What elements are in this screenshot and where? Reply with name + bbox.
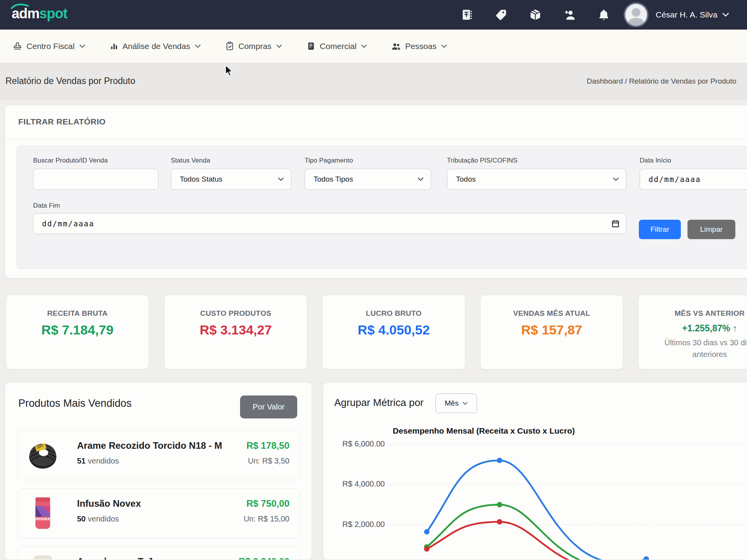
stat-value: R$ 7.184,79	[6, 322, 149, 338]
clipboard-icon	[225, 41, 235, 51]
tax-label: Tributação PIS/COFINS	[447, 157, 517, 164]
page-title: Relatório de Vendas por Produto	[5, 76, 135, 86]
chevron-down-icon	[195, 44, 201, 48]
chevron-down-icon	[79, 44, 85, 48]
payment-label: Tipo Pagamento	[305, 157, 353, 164]
breadcrumb[interactable]: Dashboard / Relatório de Vendas por Prod…	[587, 77, 736, 86]
stat-card-custo-produtos: CUSTO PRODUTOS R$ 3.134,27	[164, 295, 307, 369]
payment-select-value: Todos Tipos	[314, 175, 353, 184]
menu-item-compras[interactable]: Compras	[221, 38, 286, 54]
top-products-panel: Produtos Mais Vendidos Por Valor Arame R…	[5, 382, 312, 560]
product-name: Arroz branco T. Joao	[77, 556, 169, 560]
avatar[interactable]	[625, 4, 647, 26]
product-row[interactable]: novex Infusão Novex 50 vendidos R$ 750,0…	[18, 488, 300, 538]
tax-select-value: Todos	[456, 175, 476, 184]
product-image-rice-bag: Tio João	[25, 553, 61, 560]
search-label: Buscar Produto/ID Venda	[33, 157, 108, 164]
menu-label: Comercial	[320, 42, 357, 51]
avatar-body	[628, 18, 644, 26]
divider	[5, 139, 747, 139]
date-end-input[interactable]: dd/mm/aaaa	[33, 213, 626, 234]
product-total: R$ 178,50	[246, 440, 289, 451]
add-user-icon[interactable]	[563, 8, 576, 21]
stat-card-mes-vs-anterior: MÊS VS ANTERIOR +1.255,87% ↑ Últimos 30 …	[638, 295, 747, 369]
user-name[interactable]: César H. A. Silva	[656, 10, 717, 19]
line-chart	[323, 383, 747, 560]
filter-button[interactable]: Filtrar	[639, 220, 681, 239]
topbar-actions: César H. A. Silva	[439, 0, 729, 30]
svg-text:novex: novex	[35, 516, 50, 522]
stat-value: R$ 4.050,52	[323, 322, 465, 338]
stat-subtitle: Últimos 30 dias vs 30 dias anteriores	[638, 337, 747, 360]
stamp-icon	[12, 41, 23, 51]
stat-title: RECEITA BRUTA	[6, 309, 149, 318]
product-row[interactable]: Arame Recozido Torcido N18 - M 51 vendid…	[18, 430, 300, 480]
chevron-down-icon	[278, 177, 284, 181]
tax-select[interactable]: Todos	[447, 169, 626, 190]
product-row[interactable]: Tio João Arroz branco T. Joao R$ 2.240,0…	[18, 546, 300, 560]
payment-select[interactable]: Todos Tipos	[305, 169, 431, 190]
date-start-value: dd/mm/aaaa	[649, 175, 701, 184]
menu-label: Análise de Vendas	[123, 42, 190, 51]
product-total: R$ 750,00	[246, 498, 289, 509]
stat-title: VENDAS MÊS ATUAL	[480, 309, 623, 318]
stat-value: +1.255,87% ↑	[638, 323, 747, 334]
search-input[interactable]	[33, 169, 158, 190]
menu-item-centro-fiscal[interactable]: Centro Fiscal	[9, 38, 89, 54]
mouse-cursor	[225, 65, 235, 76]
product-name: Infusão Novex	[77, 498, 141, 509]
clear-button[interactable]: Limpar	[687, 220, 735, 239]
date-end-label: Data Fim	[33, 202, 60, 210]
product-sold-suffix: vendidos	[88, 457, 119, 465]
main-menu: Centro Fiscal Análise de Vendas Compras …	[0, 30, 747, 63]
user-chevron-down-icon[interactable]	[722, 12, 729, 17]
product-sold: 51 vendidos	[77, 457, 119, 466]
filter-form: Buscar Produto/ID Venda Status Venda Tod…	[17, 146, 747, 269]
chevron-down-icon	[613, 177, 619, 181]
stat-card-receita-bruta: RECEITA BRUTA R$ 7.184,79	[6, 295, 149, 369]
top-products-title: Produtos Mais Vendidos	[18, 397, 132, 410]
date-start-input[interactable]: dd/mm/aaaa	[640, 169, 747, 190]
chevron-down-icon	[276, 44, 282, 48]
logo[interactable]: admspot	[12, 5, 67, 22]
stat-title: MÊS VS ANTERIOR	[638, 309, 747, 318]
product-sold-suffix: vendidos	[88, 514, 119, 523]
status-select-value: Todos Status	[180, 175, 223, 184]
package-icon[interactable]	[529, 8, 542, 21]
logo-arc-icon	[11, 3, 29, 9]
product-unit-price: Un: R$ 15,00	[244, 514, 289, 523]
stat-card-lucro-bruto: LUCRO BRUTO R$ 4.050,52	[322, 295, 465, 369]
book-icon	[306, 41, 316, 51]
bell-icon[interactable]	[597, 8, 610, 21]
product-image-novex-bottle: novex	[25, 495, 61, 531]
people-icon	[391, 41, 401, 51]
date-end-value: dd/mm/aaaa	[42, 219, 94, 228]
page-header: Relatório de Vendas por Produto Dashboar…	[0, 63, 747, 100]
stat-card-vendas-mes-atual: VENDAS MÊS ATUAL R$ 157,87	[480, 295, 623, 369]
modules-icon[interactable]	[460, 8, 473, 21]
menu-label: Pessoas	[405, 42, 437, 51]
stat-value: R$ 3.134,27	[165, 322, 307, 338]
product-unit-price: Un: R$ 3,50	[248, 457, 289, 466]
avatar-head	[632, 8, 640, 17]
product-image-wire-coil	[25, 438, 61, 473]
chevron-down-icon	[417, 177, 424, 181]
sort-by-value-button[interactable]: Por Valor	[240, 396, 297, 418]
product-sold: 50 vendidos	[77, 514, 119, 523]
menu-item-analise-de-vendas[interactable]: Análise de Vendas	[105, 38, 205, 54]
logo-text-spot: spot	[39, 5, 67, 21]
product-sold-count: 51	[77, 457, 86, 465]
chevron-down-icon	[361, 44, 367, 48]
tag-icon[interactable]	[494, 8, 508, 21]
stat-title: LUCRO BRUTO	[323, 309, 465, 318]
topbar: admspot César H. A. Silva	[0, 0, 747, 30]
stat-title: CUSTO PRODUTOS	[165, 309, 307, 318]
app-root: admspot César H. A. Silva	[0, 0, 747, 560]
menu-item-comercial[interactable]: Comercial	[302, 38, 371, 54]
menu-label: Centro Fiscal	[26, 42, 75, 51]
menu-item-pessoas[interactable]: Pessoas	[387, 38, 451, 54]
status-select[interactable]: Todos Status	[171, 169, 291, 190]
product-name: Arame Recozido Torcido N18 - M	[77, 440, 222, 451]
date-start-label: Data Início	[640, 157, 671, 164]
chart-panel: Agrupar Métrica por Mês Desempenho Mensa…	[323, 382, 747, 560]
